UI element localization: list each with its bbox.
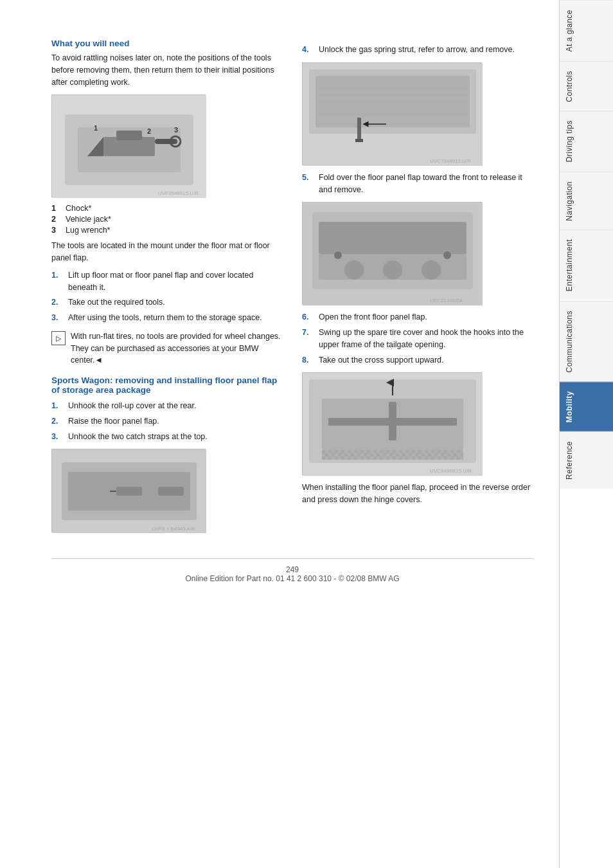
section1-body: To avoid rattling noises later on, note … [51,52,283,88]
svg-text:UEC21346/0A: UEC21346/0A [430,298,463,303]
right-step-text-5: Fold over the floor panel flap toward th… [319,172,533,196]
svg-rect-51 [322,450,463,460]
svg-text:UVC7948915.U/R: UVC7948915.U/R [430,158,471,164]
svg-rect-29 [355,139,363,142]
svg-rect-6 [155,139,177,144]
svg-text:2: 2 [147,127,151,135]
note-icon: ▷ [51,331,66,345]
right-column: 4. Unlock the gas spring strut, refer to… [302,39,533,539]
step-s2-text-1: Unhook the roll-up cover at the rear. [68,400,196,412]
footer-text: Online Edition for Part no. 01 41 2 600 … [51,574,533,583]
step-num-3: 3. [51,312,64,324]
diagram-trunk-image: UVF9.1.B4945.A/R [51,449,206,532]
svg-point-37 [383,260,402,280]
svg-rect-16 [116,487,142,496]
section-heading-what-you-need: What you will need [51,39,283,48]
svg-rect-4 [116,131,142,140]
svg-point-39 [334,251,342,259]
step-text-1: Lift up floor mat or floor panel flap an… [68,269,283,294]
right-step-num-4: 4. [302,44,315,56]
svg-point-40 [443,251,451,259]
right-step-num-8: 8. [302,354,315,366]
step-3: 3. After using the tools, return them to… [51,312,283,324]
tab-navigation[interactable]: Navigation [560,172,613,230]
right-step-text-7: Swing up the spare tire cover and hook t… [319,327,533,351]
item-row-3: 3 Lug wrench* [51,226,283,235]
right-steps-5: 5. Fold over the floor panel flap toward… [302,172,533,196]
right-step-6: 6. Open the front floor panel flap. [302,311,533,323]
main-content: What you will need To avoid rattling noi… [0,0,559,868]
step-num-2: 2. [51,296,64,309]
right-step-num-5: 5. [302,172,315,196]
item-row-2: 2 Vehicle jack* [51,215,283,224]
right-step-num-7: 7. [302,327,315,351]
left-column: What you will need To avoid rattling noi… [51,39,283,539]
svg-rect-17 [158,487,184,496]
svg-point-38 [422,260,441,280]
svg-text:3: 3 [174,126,178,134]
step-text-3: After using the tools, return them to th… [68,312,262,324]
right-step-text-8: Take out the cross support upward. [319,354,444,366]
tab-entertainment[interactable]: Entertainment [560,230,613,300]
right-step-5: 5. Fold over the floor panel flap toward… [302,172,533,196]
tab-at-a-glance[interactable]: At a glance [560,0,613,61]
right-tab-bar: At a glance Controls Driving tips Naviga… [559,0,613,868]
svg-point-36 [344,260,364,280]
tab-communications[interactable]: Communications [560,301,613,381]
step-s2-3: 3. Unhook the two catch straps at the to… [51,431,283,443]
closing-note: When installing the floor panel flap, pr… [302,482,533,506]
item-label-2: Vehicle jack* [66,215,111,224]
right-steps-678: 6. Open the front floor panel flap. 7. S… [302,311,533,366]
right-steps: 4. Unlock the gas spring strut, refer to… [302,44,533,56]
svg-text:UVC9486B15.U/R: UVC9486B15.U/R [430,468,472,474]
note-box: ▷ With run-flat tires, no tools are prov… [51,330,283,366]
step-s2-2: 2. Raise the floor panel flap. [51,415,283,428]
right-step-4: 4. Unlock the gas spring strut, refer to… [302,44,533,56]
svg-text:UVF3948915.U/R: UVF3948915.U/R [158,190,199,196]
svg-text:UVF9.1.B4945.A/R: UVF9.1.B4945.A/R [152,526,195,532]
svg-rect-28 [357,118,361,140]
tab-mobility[interactable]: Mobility [560,381,613,431]
step-s2-1: 1. Unhook the roll-up cover at the rear. [51,400,283,412]
steps-list-2: 1. Unhook the roll-up cover at the rear.… [51,400,283,442]
diagram-tools-image: 1 2 3 UVF3948915.U/R [51,95,206,197]
right-step-7: 7. Swing up the spare tire cover and hoo… [302,327,533,351]
step-num-1: 1. [51,269,64,294]
tab-controls[interactable]: Controls [560,61,613,111]
diagram-spare-image: UVC9486B15.U/R [302,372,482,475]
right-step-num-6: 6. [302,311,315,323]
svg-rect-46 [389,402,396,440]
page-wrapper: What you will need To avoid rattling noi… [0,0,613,868]
page-footer: 249 Online Edition for Part no. 01 41 2 … [51,558,533,583]
step-s2-text-3: Unhook the two catch straps at the top. [68,431,208,443]
item-row-1: 1 Chock* [51,204,283,213]
two-column-layout: What you will need To avoid rattling noi… [51,39,533,539]
step-s2-num-3: 3. [51,431,64,443]
note-text: With run-flat tires, no tools are provid… [71,330,283,366]
page-number: 249 [51,565,533,574]
item-num-3: 3 [51,226,62,235]
step-s2-num-1: 1. [51,400,64,412]
section2-heading: Sports Wagon: removing and installing fl… [51,375,283,395]
right-step-8: 8. Take out the cross support upward. [302,354,533,366]
item-label-3: Lug wrench* [66,226,111,235]
right-step-text-6: Open the front floor panel flap. [319,311,427,323]
step-text-2: Take out the required tools. [68,296,165,309]
step-2: 2. Take out the required tools. [51,296,283,309]
right-step-text-4: Unlock the gas spring strut, refer to ar… [319,44,515,56]
step-s2-num-2: 2. [51,415,64,428]
step-1: 1. Lift up floor mat or floor panel flap… [51,269,283,294]
items-note: The tools are located in the mount under… [51,240,283,264]
diagram-floor-panel-image: UEC21346/0A [302,202,482,305]
item-num-2: 2 [51,215,62,224]
tab-reference[interactable]: Reference [560,431,613,489]
svg-text:1: 1 [94,124,98,132]
steps-list-1: 1. Lift up floor mat or floor panel flap… [51,269,283,324]
item-num-1: 1 [51,204,62,213]
item-list: 1 Chock* 2 Vehicle jack* 3 Lug wrench* [51,204,283,235]
tab-driving-tips[interactable]: Driving tips [560,111,613,171]
item-label-1: Chock* [66,204,91,213]
svg-rect-34 [319,222,466,254]
step-s2-text-2: Raise the floor panel flap. [68,415,159,428]
diagram-gas-spring-image: UVC7948915.U/R [302,62,482,165]
